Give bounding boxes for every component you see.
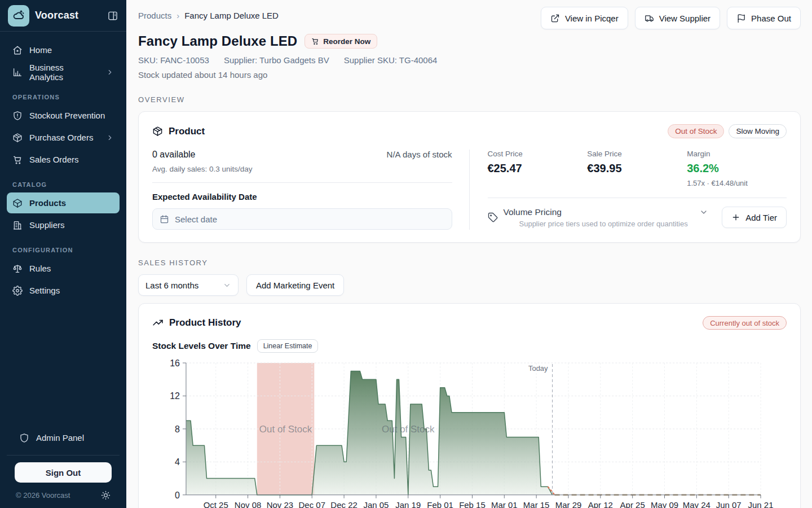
main-content: Products › Fancy Lamp Deluxe LED View in… — [126, 0, 812, 508]
stock-chart-container: TodayOut of StockOut of Stock0481216Oct … — [152, 360, 787, 508]
sidebar-item-admin-panel[interactable]: Admin Panel — [14, 427, 113, 448]
sidebar-item-settings[interactable]: Settings — [7, 280, 120, 301]
shield-icon — [19, 433, 29, 443]
theme-toggle-sun-icon[interactable] — [101, 491, 111, 500]
svg-text:8: 8 — [175, 424, 180, 434]
sidebar-item-business-analytics[interactable]: Business Analytics — [7, 62, 120, 82]
badge-label: Reorder Now — [323, 37, 370, 46]
breadcrumb-separator: › — [176, 11, 179, 20]
section-title-configuration: CONFIGURATION — [12, 247, 114, 253]
volume-pricing-title: Volume Pricing — [504, 207, 562, 217]
out-of-stock-badge: Out of Stock — [668, 124, 724, 138]
tag-icon — [488, 212, 498, 222]
cloud-logo-icon — [12, 9, 25, 23]
svg-text:Mar 15: Mar 15 — [523, 500, 550, 508]
sidebar-item-home[interactable]: Home — [7, 40, 120, 60]
package-icon — [152, 126, 163, 137]
selected-range: Last 6 months — [145, 281, 198, 290]
sidebar-item-sales-orders[interactable]: Sales Orders — [7, 149, 120, 170]
svg-text:Nov 23: Nov 23 — [267, 500, 293, 508]
card-title: Product — [169, 126, 205, 137]
phase-out-button[interactable]: Phase Out — [727, 7, 801, 29]
sidebar-toggle-icon[interactable] — [107, 10, 118, 21]
svg-text:Mar 01: Mar 01 — [491, 500, 518, 508]
sidebar-nav: Home Business Analytics OPERATIONS Stock… — [0, 32, 126, 508]
volume-pricing-subtitle: Supplier price tiers used to optimize or… — [504, 220, 722, 228]
chevron-down-icon — [223, 281, 231, 290]
svg-text:0: 0 — [175, 491, 180, 500]
sidebar-item-label: Business Analytics — [29, 63, 99, 82]
package-icon — [12, 133, 23, 143]
button-label: Phase Out — [751, 14, 791, 23]
sidebar-item-label: Admin Panel — [36, 433, 84, 443]
svg-text:Apr 25: Apr 25 — [620, 500, 645, 508]
view-supplier-button[interactable]: View Supplier — [635, 7, 720, 29]
breadcrumb-current: Fancy Lamp Deluxe LED — [184, 11, 279, 20]
avg-daily-sales: Avg. daily sales: 0.3 units/day — [152, 165, 452, 173]
external-link-icon — [550, 14, 560, 23]
chevron-down-icon[interactable] — [699, 208, 708, 217]
sidebar-bottom: Admin Panel Sign Out © 2026 Voorcast — [7, 427, 120, 508]
svg-text:Jun 21: Jun 21 — [748, 500, 774, 508]
svg-text:12: 12 — [170, 391, 180, 401]
sidebar-header: Voorcast — [0, 0, 126, 32]
copyright-text: © 2026 Voorcast — [16, 491, 70, 500]
linear-estimate-badge: Linear Estimate — [257, 339, 319, 353]
card-title: Product History — [169, 317, 241, 329]
shopping-cart-icon — [12, 155, 23, 165]
breadcrumb-products-link[interactable]: Products — [138, 11, 171, 20]
gear-icon — [12, 286, 23, 296]
sidebar-item-rules[interactable]: Rules — [7, 258, 120, 279]
date-range-select[interactable]: Last 6 months — [138, 274, 239, 296]
brand-name: Voorcast — [35, 10, 78, 21]
voorcast-logo — [8, 5, 29, 27]
svg-text:Feb 15: Feb 15 — [459, 500, 486, 508]
button-label: View Supplier — [659, 14, 710, 23]
svg-text:Today: Today — [528, 364, 548, 373]
sale-price-stat: Sale Price €39.95 — [587, 150, 687, 187]
product-overview-card: Product Out of Stock Slow Moving 0 avail… — [138, 111, 801, 243]
svg-text:Jan 05: Jan 05 — [363, 500, 389, 508]
shield-alert-icon — [12, 111, 23, 121]
svg-text:Dec 07: Dec 07 — [299, 500, 325, 508]
cart-icon — [311, 37, 319, 45]
sidebar-item-purchase-orders[interactable]: Purchase Orders — [7, 127, 120, 148]
reorder-now-badge[interactable]: Reorder Now — [304, 34, 377, 49]
svg-text:Out of Stock: Out of Stock — [382, 424, 435, 435]
sidebar-item-label: Products — [29, 198, 66, 208]
svg-text:May 09: May 09 — [651, 500, 678, 508]
svg-text:4: 4 — [175, 457, 180, 467]
slow-moving-badge: Slow Moving — [729, 124, 787, 138]
cost-price-stat: Cost Price €25.47 — [488, 150, 588, 187]
building-icon — [12, 220, 23, 230]
svg-text:Dec 22: Dec 22 — [330, 500, 357, 508]
button-label: Add Marketing Event — [256, 281, 334, 290]
svg-text:May 24: May 24 — [683, 500, 710, 508]
product-meta: SKU: FANC-10053 Supplier: Turbo Gadgets … — [138, 55, 801, 65]
sidebar-item-products[interactable]: Products — [7, 192, 120, 213]
view-in-picqer-button[interactable]: View in Picqer — [541, 7, 628, 29]
sidebar-item-suppliers[interactable]: Suppliers — [7, 214, 120, 235]
breadcrumb: Products › Fancy Lamp Deluxe LED — [138, 7, 279, 20]
svg-text:Oct 25: Oct 25 — [204, 500, 228, 508]
svg-text:Out of Stock: Out of Stock — [259, 424, 312, 435]
page-title: Fancy Lamp Deluxe LED — [138, 33, 297, 49]
svg-text:Apr 12: Apr 12 — [588, 500, 613, 508]
add-marketing-event-button[interactable]: Add Marketing Event — [246, 274, 344, 296]
supplier-sku-meta: Supplier SKU: TG-40064 — [344, 55, 438, 65]
sidebar-item-stockout-prevention[interactable]: Stockout Prevention — [7, 105, 120, 126]
add-tier-button[interactable]: Add Tier — [722, 207, 787, 228]
button-label: Add Tier — [745, 213, 777, 222]
scale-icon — [12, 264, 23, 274]
plus-icon — [731, 213, 740, 222]
sku-meta: SKU: FANC-10053 — [138, 55, 209, 65]
chevron-right-icon — [106, 68, 114, 76]
sign-out-button[interactable]: Sign Out — [15, 462, 112, 483]
availability-date-input[interactable] — [152, 208, 452, 230]
date-field[interactable] — [175, 214, 445, 224]
sidebar-item-label: Stockout Prevention — [29, 111, 105, 120]
days-of-stock: N/A days of stock — [387, 150, 452, 159]
margin-stat: Margin 36.2% 1.57x · €14.48/unit — [687, 150, 787, 187]
stock-updated-text: Stock updated about 14 hours ago — [138, 70, 801, 80]
product-history-card: Product History Currently out of stock S… — [138, 303, 801, 508]
